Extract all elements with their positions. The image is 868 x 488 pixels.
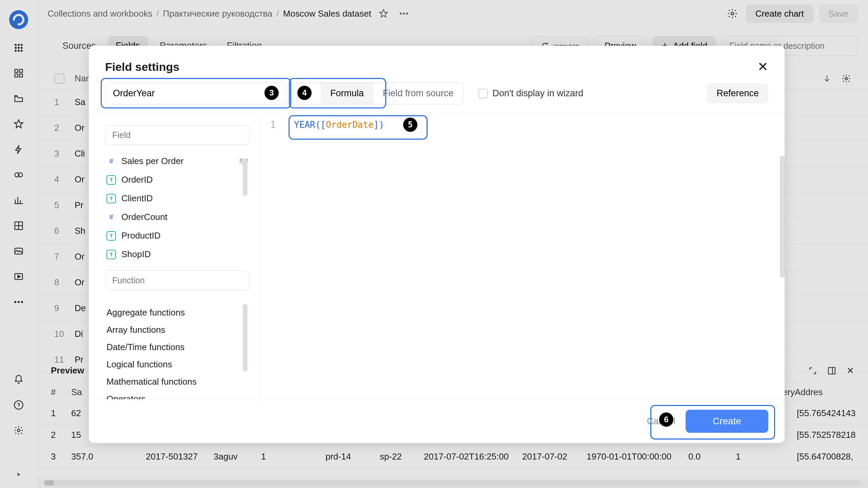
field-filter-input[interactable] [105,125,250,145]
field-name: ClientID [121,193,153,204]
fields-panel: #Sales per Orderf(x)TOrderIDTClientID#Or… [89,115,260,399]
checkbox-icon [478,89,488,98]
text-icon: T [106,194,116,203]
function-category[interactable]: Aggregate functions [105,304,250,321]
function-filter-input[interactable] [105,270,250,290]
function-categories-list: Aggregate functionsArray functionsDate/T… [105,304,250,399]
field-item[interactable]: #OrderCount [105,208,250,226]
field-name: ShopID [121,249,151,260]
line-number: 1 [270,120,284,130]
field-item[interactable]: TClientID [105,189,250,208]
hash-icon: # [106,212,116,222]
close-icon[interactable]: ✕ [757,59,768,74]
function-category[interactable]: Array functions [105,321,250,339]
source-toggle: Formula Field from source [293,82,463,104]
modal-title: Field settings [105,60,179,74]
badge-6: 6 [659,412,673,427]
fields-scroll-thumb[interactable] [243,159,248,196]
hash-icon: # [106,157,116,166]
badge-4: 4 [297,86,312,100]
text-icon: T [106,231,116,241]
badge-3: 3 [264,86,279,100]
editor-scroll-thumb[interactable] [780,156,785,278]
formula-func: YEAR [294,120,315,130]
available-fields-list: #Sales per Orderf(x)TOrderIDTClientID#Or… [105,152,250,264]
field-from-source-tab[interactable]: Field from source [373,83,463,104]
field-name: OrderCount [121,212,167,222]
field-name: Sales per Order [121,156,184,166]
field-item[interactable]: TShopID [105,245,250,264]
field-item[interactable]: TOrderID [105,170,250,189]
funcs-scroll-thumb[interactable] [243,304,248,372]
text-icon: T [106,250,116,259]
reference-button[interactable]: Reference [707,83,768,103]
field-item[interactable]: TProductID [105,226,250,245]
formula-editor[interactable]: 1 YEAR([OrderDate]) 5 [260,115,785,399]
formula-field: OrderDate [326,120,374,130]
function-category[interactable]: Logical functions [105,356,250,373]
function-category[interactable]: Operators [105,390,250,399]
field-name-input[interactable] [105,82,287,104]
function-category[interactable]: Mathematical functions [105,373,250,390]
field-name: OrderID [121,175,153,185]
field-name: ProductID [121,230,161,241]
create-button[interactable]: Create [686,410,768,433]
formula-tab[interactable]: Formula [321,83,373,104]
text-icon: T [106,175,116,185]
dont-display-checkbox[interactable]: Don't display in wizard [478,88,584,99]
dont-display-label: Don't display in wizard [493,88,584,99]
field-item[interactable]: #Sales per Orderf(x) [105,152,250,170]
field-settings-modal: Field settings ✕ 3 Formula Field from so… [89,46,785,443]
function-category[interactable]: Date/Time functions [105,339,250,356]
badge-5: 5 [403,118,417,132]
